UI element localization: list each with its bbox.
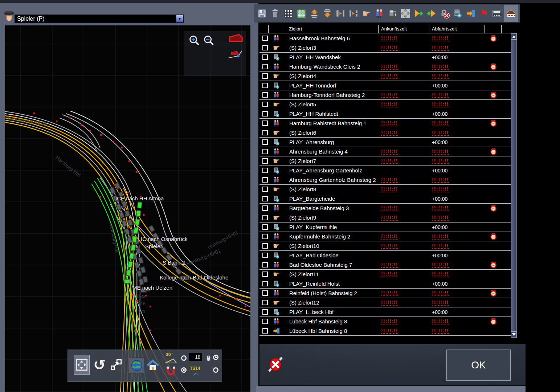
row-checkbox[interactable] — [262, 121, 268, 126]
toolbar-depot-icon[interactable] — [504, 5, 518, 22]
table-row[interactable]: ☛(S) Zielort4!!:!!:!!!!:!!:!! — [259, 72, 511, 81]
table-row[interactable]: Ahrensburg Gartenholz Bahnsteig 2!!:!!:!… — [259, 175, 511, 185]
track-number-field[interactable]: 18 — [189, 353, 202, 361]
row-checkbox[interactable] — [262, 309, 268, 315]
table-row[interactable]: Hasselbrook Bahnsteig 6!!:!!:!!!!:!!:!! — [259, 34, 511, 43]
table-row[interactable]: ☛(S) Zielort12!!:!!:!!!!:!!:!! — [259, 298, 511, 307]
table-row[interactable]: ☛(S) Zielort9!!:!!:!!!!:!!:!! — [259, 213, 511, 222]
row-checkbox[interactable] — [262, 196, 268, 201]
signal-link-icon[interactable] — [226, 48, 244, 61]
track-map[interactable]: Hamburg HN133AHamburg HbfHamburg HbfHamb… — [5, 25, 250, 392]
remove-connection-icon[interactable] — [267, 355, 284, 374]
row-checkbox[interactable] — [262, 64, 268, 69]
zoom-out-button[interactable] — [202, 34, 216, 48]
slope-radio[interactable] — [181, 355, 187, 361]
row-checkbox[interactable] — [262, 215, 268, 220]
toolbar-save-icon[interactable] — [256, 6, 268, 21]
table-row[interactable]: ☛(S) Zielort7!!:!!:!!!!:!!:!! — [259, 156, 511, 166]
row-checkbox[interactable] — [262, 243, 268, 249]
zoom-in-button[interactable] — [188, 34, 201, 48]
toolbar-enter-depot-icon[interactable] — [465, 6, 477, 21]
row-checkbox[interactable] — [262, 234, 268, 239]
row-checkbox[interactable] — [262, 177, 268, 183]
row-checkbox[interactable] — [262, 271, 268, 277]
pan-button[interactable] — [74, 355, 90, 375]
table-row[interactable]: Hamburg-Wandsbeck Gleis 2!!:!!:!!!!:!!:!… — [259, 62, 511, 72]
table-row[interactable]: Hamburg Rahlstedt Bahnsteig 1!!:!!:!!!!:… — [259, 119, 511, 128]
table-row[interactable]: PLAY_Bargteheide+00:00 — [259, 194, 511, 204]
scroll-down-button[interactable] — [511, 331, 517, 338]
row-checkbox[interactable] — [262, 319, 268, 324]
globe-view-button[interactable] — [130, 358, 144, 373]
table-row[interactable]: PLAY_Reinfeld Holst+00:00 — [259, 279, 511, 289]
row-checkbox[interactable] — [262, 73, 268, 79]
row-checkbox[interactable] — [262, 253, 268, 258]
table-row[interactable]: ☛(S) Zielort8!!:!!:!!!!:!!:!! — [259, 185, 511, 194]
mouse-radio[interactable] — [213, 355, 218, 360]
row-checkbox[interactable] — [262, 111, 268, 117]
table-row[interactable]: Bad Oldesloe Bahnsteig 7!!:!!:!!!!:!!:!! — [259, 260, 511, 270]
table-row[interactable]: Hamburg-Tonndorf Bahnsteig 2!!:!!:!!!!:!… — [259, 90, 511, 100]
toolbar-flag-icon[interactable]: ⚑ — [478, 6, 490, 21]
table-row[interactable]: ☛(S) Zielort11!!:!!:!!!!:!!:!! — [259, 270, 511, 279]
table-row[interactable]: PLAY_Bad Oldesloe+00:00 — [259, 251, 511, 260]
row-checkbox[interactable] — [262, 54, 268, 60]
table-row[interactable]: ☛(S) Zielort3!!:!!:!!!!:!!:!! — [259, 43, 511, 53]
toolbar-pointer-hand-icon[interactable]: ☛ — [360, 6, 373, 21]
table-row[interactable]: PLAY_Ahrensburg+00:00 — [259, 138, 511, 147]
row-checkbox[interactable] — [262, 168, 268, 173]
table-row[interactable]: PLAY_Ahrensburg Gartenholz+00:00 — [259, 166, 511, 175]
row-checkbox[interactable] — [262, 328, 268, 334]
signal-marker-icon[interactable] — [227, 32, 245, 45]
toolbar-fuel-pump-icon[interactable] — [386, 6, 398, 21]
ts-radio[interactable] — [213, 367, 218, 373]
table-row[interactable]: Kupfermühle Bahnsteig 2!!:!!:!!!!:!!:!! — [259, 232, 511, 241]
table-row[interactable]: ☛(S) Zielort5!!:!!:!!!!:!!:!! — [259, 100, 511, 109]
toolbar-insert-after-icon[interactable] — [334, 6, 347, 21]
row-checkbox[interactable] — [262, 130, 268, 135]
scrollbar-thumb[interactable] — [511, 40, 517, 331]
table-row[interactable]: PLAY_HH Wandsbek+00:00 — [259, 53, 511, 62]
table-row[interactable]: PLAY_Kupferm□hle+00:00 — [259, 222, 511, 232]
jump-to-button[interactable] — [108, 355, 124, 375]
ok-button[interactable]: OK — [446, 350, 511, 381]
table-row[interactable]: Lübeck Hbf Bahnsteig 8!!:!!:!!!!:!!:!! — [259, 326, 511, 336]
row-checkbox[interactable] — [262, 139, 268, 145]
table-row[interactable]: PLAY_HH Rahlstedt+00:00 — [259, 109, 511, 119]
home-view-button[interactable] — [146, 357, 160, 374]
row-checkbox[interactable] — [262, 149, 268, 154]
row-checkbox[interactable] — [262, 262, 268, 268]
player-select[interactable]: Spieler (P) ▼ — [15, 15, 184, 23]
toolbar-move-down-icon[interactable] — [321, 6, 334, 21]
toolbar-trash-icon[interactable] — [269, 6, 281, 21]
row-checkbox[interactable] — [262, 290, 268, 296]
toolbar-route-add-icon[interactable] — [412, 6, 425, 21]
snap-radio[interactable] — [181, 367, 187, 373]
toolbar-platform-card-icon[interactable] — [491, 6, 503, 21]
row-checkbox[interactable] — [262, 102, 268, 107]
toolbar-expand-icon[interactable] — [399, 6, 412, 21]
toolbar-passengers-icon[interactable] — [373, 6, 385, 21]
table-row[interactable]: PLAY_L□beck Hbf+00:00 — [259, 307, 511, 317]
scroll-up-button[interactable] — [511, 33, 517, 40]
row-checkbox[interactable] — [262, 158, 268, 164]
toolbar-route-append-icon[interactable] — [425, 6, 438, 21]
row-checkbox[interactable] — [262, 300, 268, 305]
row-checkbox[interactable] — [262, 83, 268, 88]
toolbar-move-up-icon[interactable] — [308, 6, 320, 21]
table-row[interactable]: Reinfeld (Holst) Bahnsteig 2!!:!!:!!!!:!… — [259, 289, 511, 298]
table-row[interactable]: Lübeck Hbf Bahnsteig 8!!:!!:!!!!:!!:!! — [259, 317, 511, 326]
table-scrollbar[interactable] — [511, 33, 517, 338]
toolbar-grid-icon[interactable] — [282, 6, 294, 21]
row-checkbox[interactable] — [262, 45, 268, 50]
table-row[interactable]: Bargteheide Bahnsteig 3!!:!!:!!!!:!!:!! — [259, 204, 511, 213]
table-row[interactable]: PLAY_HH Tonndorf+00:00 — [259, 81, 511, 90]
row-checkbox[interactable] — [262, 205, 268, 211]
toolbar-schedule-settings-icon[interactable] — [451, 6, 464, 21]
toolbar-insert-before-icon[interactable] — [347, 6, 360, 21]
toolbar-grid-active-icon[interactable] — [295, 6, 307, 21]
rotate-button[interactable]: ↺ — [91, 355, 108, 375]
row-checkbox[interactable] — [262, 92, 268, 98]
table-row[interactable]: ☛(S) Zielort6!!:!!:!!!!:!!:!! — [259, 128, 511, 138]
table-row[interactable]: ☛(S) Zielort10!!:!!:!!!!:!!:!! — [259, 241, 511, 251]
